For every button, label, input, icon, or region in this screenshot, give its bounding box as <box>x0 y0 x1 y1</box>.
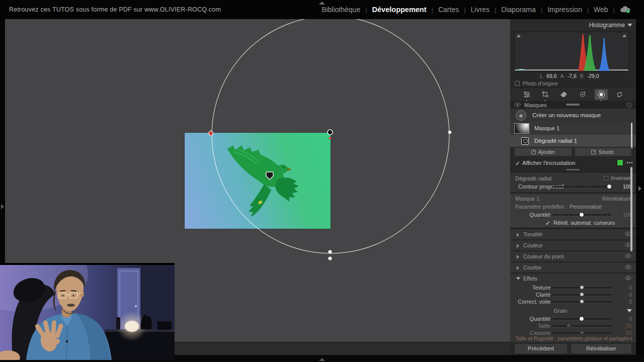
panel-drag-pill[interactable] <box>566 104 580 106</box>
original-photo-row[interactable]: Photo d'origine <box>515 80 558 86</box>
overlay-options-icon[interactable]: ••• <box>626 160 633 165</box>
invert-row[interactable]: Inverser <box>604 175 631 181</box>
eye-icon[interactable] <box>625 253 632 259</box>
radial-edge-handle-right[interactable] <box>448 131 451 134</box>
radial-gradient-row[interactable]: Dégradé radial 1 <box>510 135 636 147</box>
overlay-color-swatch[interactable] <box>617 159 623 166</box>
red-eye-icon[interactable] <box>576 89 589 100</box>
feather-slider-track[interactable] <box>552 186 611 188</box>
texture-slider-knob[interactable] <box>580 285 584 290</box>
amount-slider-track[interactable] <box>552 214 611 216</box>
section-tonalite[interactable]: Tonalité <box>510 229 636 239</box>
reset-button[interactable]: Réinitialiser <box>571 343 632 354</box>
mask1-label: Masque 1 <box>534 125 560 131</box>
histogram-svg <box>515 32 628 71</box>
right-panel-collapse-strip[interactable] <box>636 19 644 355</box>
section-couleur-du-point[interactable]: Couleur du point <box>510 251 636 261</box>
lab-readout: L 69,6 A -7,6 B -29,0 <box>510 73 629 79</box>
panel-drag-pill[interactable] <box>566 169 580 170</box>
grain-roughness-label: Cassure <box>490 330 550 336</box>
grain-roughness-knob[interactable] <box>580 330 584 335</box>
grain-size-track[interactable] <box>552 325 611 327</box>
histogram-chart[interactable] <box>514 32 629 72</box>
right-panel-arrow-icon[interactable] <box>638 186 641 191</box>
eye-icon[interactable] <box>625 264 632 270</box>
promo-text: Retrouvez ces TUTOS sous forme de PDF su… <box>9 0 221 19</box>
cloud-sync-icon[interactable] <box>620 6 631 14</box>
create-mask-label: Créer un nouveau masque <box>532 112 601 118</box>
module-livres[interactable]: Livres <box>466 6 495 14</box>
panel-footer: Précédent Réinitialiser <box>510 343 636 355</box>
chevron-down-icon[interactable] <box>627 24 632 27</box>
histogram-header[interactable]: Histogramme <box>510 19 636 31</box>
module-bibliotheque[interactable]: Bibliothèque <box>316 6 365 14</box>
grain-amount-track[interactable] <box>552 318 611 320</box>
amount-slider-knob[interactable] <box>579 212 584 217</box>
eye-icon[interactable] <box>514 102 521 108</box>
module-developpement[interactable]: Développement <box>367 6 432 14</box>
module-picker: Bibliothèque| Développement| Cartes| Liv… <box>316 0 631 19</box>
clarity-slider-knob[interactable] <box>580 292 584 297</box>
grain-amount-knob[interactable] <box>579 316 584 321</box>
preset-value[interactable]: Personnalisé <box>570 204 602 210</box>
grain-title: Grain <box>510 308 611 314</box>
grain-roughness-value: 50 <box>626 330 632 336</box>
photo-bird[interactable] <box>185 133 331 229</box>
create-mask-row[interactable]: + Créer un nouveau masque <box>510 109 636 122</box>
auto-reset-checkbox[interactable] <box>545 220 550 225</box>
crop-icon[interactable] <box>539 89 552 100</box>
grain-size-knob[interactable] <box>567 323 571 328</box>
section-label: Couleur <box>523 242 543 248</box>
effects-title: Effets <box>523 276 537 282</box>
module-cartes[interactable]: Cartes <box>433 6 464 14</box>
mask-list-scrollbar[interactable] <box>631 123 632 149</box>
add-to-mask-button[interactable]: Ajouter <box>514 147 572 156</box>
module-impression[interactable]: Impression <box>542 6 587 14</box>
section-couleur[interactable]: Couleur <box>510 240 636 250</box>
grain-size-value: 25 <box>626 323 632 329</box>
radial-rotate-handle[interactable] <box>328 256 332 260</box>
webcam-overlay <box>0 263 175 360</box>
module-web[interactable]: Web <box>589 6 613 14</box>
chevron-down-icon[interactable] <box>516 278 520 280</box>
subtract-from-mask-button[interactable]: Soustr. <box>575 147 632 156</box>
dehaze-slider-knob[interactable] <box>580 299 584 304</box>
info-icon[interactable] <box>626 102 632 109</box>
mask1-row[interactable]: Masque 1 <box>510 122 636 135</box>
original-photo-checkbox[interactable] <box>515 81 520 86</box>
dehaze-slider-track[interactable] <box>552 301 611 303</box>
invert-checkbox[interactable] <box>604 176 608 180</box>
bottle <box>116 317 120 329</box>
show-overlay-row[interactable]: Afficher l'incrustation ••• <box>510 158 636 167</box>
section-courbe[interactable]: Courbe <box>510 262 636 273</box>
auto-reset-row[interactable]: Réinit. automat. curseurs <box>545 220 615 226</box>
add-icon <box>531 150 536 154</box>
bottom-panel-reveal-arrow-icon[interactable] <box>319 358 325 361</box>
chevron-down-icon[interactable] <box>627 309 632 312</box>
feather-slider-knob[interactable] <box>607 184 612 189</box>
amount-label: Quantité <box>490 212 550 218</box>
edit-sliders-icon[interactable] <box>520 89 533 100</box>
clarity-slider-track[interactable] <box>552 294 611 296</box>
texture-slider-track[interactable] <box>552 287 611 289</box>
radial-edge-handle-bottom[interactable] <box>328 250 332 253</box>
grain-amount-value: 0 <box>629 316 632 322</box>
section-label: Courbe <box>523 264 541 270</box>
plus-icon[interactable]: + <box>516 110 526 121</box>
module-diaporama[interactable]: Diaporama <box>496 6 540 14</box>
lab-a-value: -7,6 <box>568 73 577 79</box>
mask-thumbnail[interactable] <box>514 123 529 134</box>
mask-reset-link[interactable]: Réinitialiser <box>602 196 631 202</box>
panel-scrollbar[interactable] <box>630 167 632 251</box>
eye-icon[interactable] <box>625 276 632 282</box>
sync-presets-icon[interactable] <box>613 89 626 100</box>
masking-icon[interactable] <box>595 89 608 100</box>
grain-roughness-track[interactable] <box>552 332 611 334</box>
previous-button[interactable]: Précédent <box>514 343 568 354</box>
add-subtract-row: Ajouter Soustr. <box>510 147 636 156</box>
masks-panel-header[interactable]: Masques <box>510 101 636 109</box>
show-overlay-checkbox[interactable] <box>515 160 520 165</box>
left-panel-arrow-icon[interactable] <box>1 204 4 209</box>
heal-eraser-icon[interactable] <box>557 89 571 100</box>
chevron-right-icon <box>517 255 519 259</box>
